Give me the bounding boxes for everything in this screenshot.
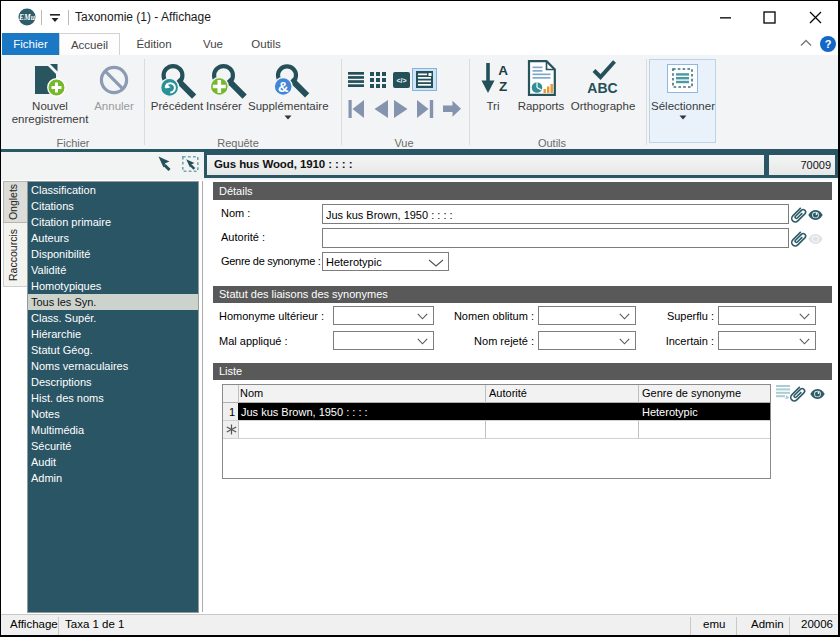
svg-text:Raccourcis: Raccourcis xyxy=(7,229,19,281)
svg-text:</>: </> xyxy=(396,77,406,84)
svg-text:EMu: EMu xyxy=(18,13,35,22)
svg-text:Onglets: Onglets xyxy=(7,184,19,220)
svg-text:ABC: ABC xyxy=(587,80,617,96)
svg-text:A: A xyxy=(498,63,508,78)
svg-text:&: & xyxy=(278,79,289,95)
svg-text:Z: Z xyxy=(499,79,507,94)
